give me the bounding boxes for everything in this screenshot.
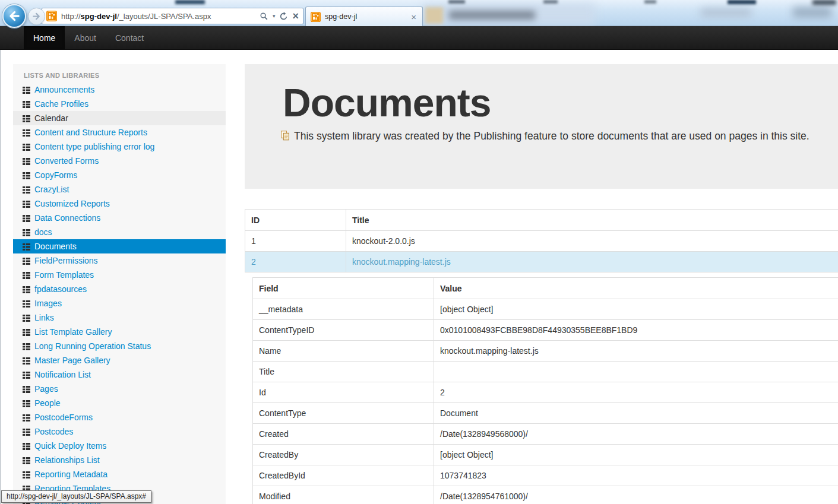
sidebar-item-label: Converted Forms [34,156,99,166]
list-icon [23,300,30,308]
chevron-down-icon[interactable]: ▾ [273,14,276,19]
sidebar-item-reporting-metadata[interactable]: Reporting Metadata [13,467,226,481]
table-row[interactable]: 1 knockout-2.0.0.js [245,231,838,252]
list-icon [23,200,30,208]
nav-item-home[interactable]: Home [24,26,65,49]
sidebar-item-notification-list[interactable]: Notification List [13,367,226,382]
sidebar-item-master-page-gallery[interactable]: Master Page Gallery [13,353,226,367]
cell-id: 1 [245,231,346,251]
sidebar-item-label: CopyForms [34,170,77,180]
documents-table-header: ID Title [245,210,838,231]
documents-table: ID Title 1 knockout-2.0.0.js 2 knockout.… [245,209,838,272]
list-icon [23,229,30,236]
field-name: ContentTypeID [253,320,434,340]
field-value: [object Object] [434,445,838,465]
detail-row: CreatedBy[object Object] [253,445,838,465]
sidebar-item-label: FieldPermissions [34,256,98,265]
list-icon [23,328,30,336]
column-header-id: ID [245,210,346,230]
nav-item-contact[interactable]: Contact [106,26,153,49]
tab-close-icon[interactable]: × [410,12,418,21]
field-name: Id [253,382,434,402]
list-icon [23,271,30,279]
field-value: Document [434,403,838,423]
sidebar-item-converted-forms[interactable]: Converted Forms [13,154,226,168]
sidebar-item-label: Long Running Operation Status [34,341,151,351]
address-bar[interactable]: http://spg-dev-jl/_layouts/JL-SPA/SPA.as… [42,8,303,24]
list-icon [23,143,30,151]
sidebar-item-content-type-publishing-error-log[interactable]: Content type publishing error log [13,140,226,154]
sidebar-item-long-running-operation-status[interactable]: Long Running Operation Status [13,339,226,353]
copy-document-icon [280,131,290,141]
nav-item-about[interactable]: About [65,26,106,49]
sidebar-item-people[interactable]: People [13,396,226,410]
sidebar-item-calendar[interactable]: Calendar [13,111,226,125]
status-bar-url-tooltip: http://spg-dev-jl/_layouts/JL-SPA/SPA.as… [1,490,151,503]
sidebar-item-data-connections[interactable]: Data Connections [13,211,226,225]
sidebar-item-label: Documents [34,242,77,251]
list-icon [23,343,30,350]
sidebar-item-links[interactable]: Links [13,310,226,325]
detail-row: Id2 [253,382,838,403]
sidebar-item-label: Links [34,313,54,322]
field-name: __metadata [253,299,434,319]
field-name: Name [253,341,434,361]
column-header-title: Title [346,210,838,230]
blurred-region [644,0,656,4]
list-icon [23,414,30,421]
sidebar-item-content-and-structure-reports[interactable]: Content and Structure Reports [13,125,226,140]
url-text[interactable]: http://spg-dev-jl/_layouts/JL-SPA/SPA.as… [61,12,260,21]
browser-tab[interactable]: spg-dev-jl × [305,7,423,26]
sidebar-item-form-templates[interactable]: Form Templates [13,268,226,282]
sidebar-item-crazylist[interactable]: CrazyList [13,182,226,196]
field-value: 2 [434,382,838,402]
blurred-region [812,0,836,5]
address-bar-icons: ▾ × [260,11,299,21]
refresh-icon[interactable] [279,12,288,21]
sidebar-item-label: Form Templates [34,270,94,280]
sidebar-item-fpdatasources[interactable]: fpdatasources [13,282,226,296]
list-icon [23,314,30,322]
sidebar-item-announcements[interactable]: Announcements [13,83,226,97]
sidebar-item-images[interactable]: Images [13,296,226,310]
sidebar-item-postcodeforms[interactable]: PostcodeForms [13,410,226,424]
library-description-text: This system library was created by the P… [294,130,809,142]
hero-panel: Documents This system library was create… [245,64,838,189]
detail-row: CreatedById1073741823 [253,465,838,486]
field-value: knockout.mapping-latest.js [434,341,838,361]
list-icon [23,186,30,194]
list-icon [23,172,30,179]
browser-chrome: http://spg-dev-jl/_layouts/JL-SPA/SPA.as… [0,0,838,26]
arrow-right-icon [31,11,42,21]
blurred-region [449,11,535,20]
sidebar-item-label: PostcodeForms [34,413,93,422]
list-icon [23,100,30,108]
column-header-field: Field [253,278,434,299]
sidebar-item-cache-profiles[interactable]: Cache Profiles [13,97,226,111]
sidebar-item-docs[interactable]: docs [13,225,226,239]
field-value: /Date(1328954761000)/ [434,486,838,504]
stop-icon[interactable]: × [292,11,299,21]
sidebar-item-customized-reports[interactable]: Customized Reports [13,196,226,211]
sidebar-item-label: Notification List [34,370,91,379]
sidebar-item-copyforms[interactable]: CopyForms [13,168,226,182]
sidebar-item-list-template-gallery[interactable]: List Template Gallery [13,325,226,339]
back-button[interactable] [2,4,26,28]
sidebar-item-postcodes[interactable]: Postcodes [13,424,226,439]
table-row-selected[interactable]: 2 knockout.mapping-latest.js [245,252,838,272]
sidebar-item-fieldpermissions[interactable]: FieldPermissions [13,253,226,268]
sidebar-item-documents[interactable]: Documents [13,239,226,253]
search-icon[interactable] [260,12,268,21]
blurred-region [448,0,465,4]
sidebar-item-label: Customized Reports [34,199,110,208]
blurred-region [175,0,205,4]
sidebar-item-quick-deploy-items[interactable]: Quick Deploy Items [13,439,226,453]
sidebar-item-label: CrazyList [34,185,69,194]
url-path: /_layouts/JL-SPA/SPA.aspx [117,12,211,21]
page-title: Documents [283,83,838,122]
sidebar-item-pages[interactable]: Pages [13,382,226,396]
sidebar-item-label: docs [34,227,52,237]
sidebar-item-relationships-list[interactable]: Relationships List [13,453,226,467]
blurred-region [423,4,595,25]
forward-button[interactable] [28,8,45,25]
